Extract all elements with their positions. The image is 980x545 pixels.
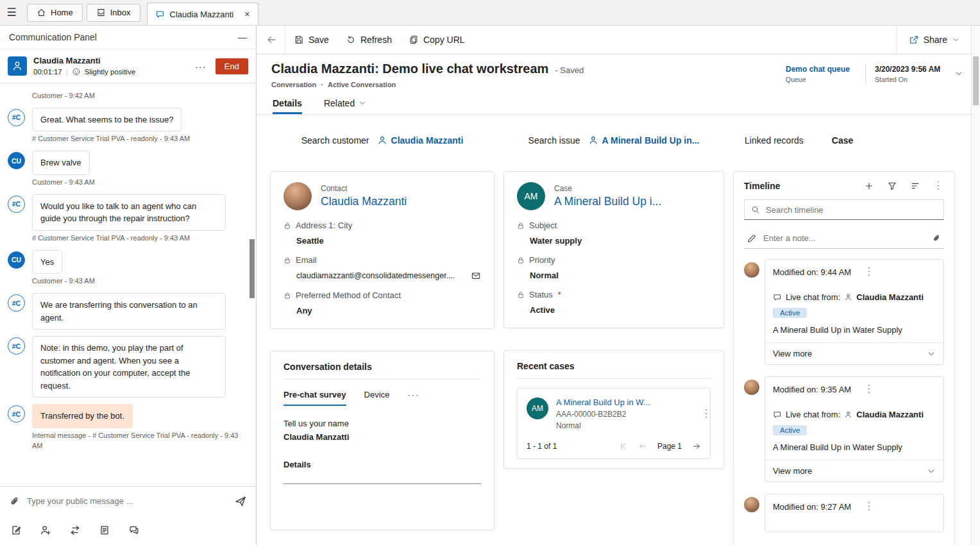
field-label: Priority bbox=[529, 255, 555, 265]
header-expand-chevron-icon[interactable] bbox=[954, 67, 963, 81]
message-row: #C Note: in this demo, you play the part… bbox=[0, 336, 256, 398]
message-row: CU Brew valve bbox=[0, 151, 256, 175]
field-email: Email claudiamazzanti@consolidatedmessen… bbox=[283, 255, 481, 281]
message-input[interactable] bbox=[27, 496, 228, 506]
share-button[interactable]: Share bbox=[897, 26, 971, 54]
case-name-link[interactable]: A Mineral Build Up i... bbox=[554, 195, 661, 208]
bot-avatar: #C bbox=[8, 196, 25, 213]
record-header: Claudia Mazzanti: Demo live chat workstr… bbox=[257, 55, 971, 91]
entry-person[interactable]: Claudia Mazzanti bbox=[856, 410, 924, 419]
search-issue-label: Search issue bbox=[528, 135, 580, 146]
case-title-link[interactable]: A Mineral Build Up in W... bbox=[556, 398, 650, 407]
page-scrollbar[interactable] bbox=[971, 26, 980, 545]
case-row[interactable]: AM A Mineral Build Up in W... AAA-00000-… bbox=[527, 398, 701, 430]
email-action-icon[interactable] bbox=[471, 271, 481, 281]
form-edit-icon[interactable] bbox=[99, 524, 110, 536]
scrollbar-thumb[interactable] bbox=[973, 56, 979, 105]
hamburger-icon[interactable]: ☰ bbox=[0, 6, 23, 19]
chat-multiple-icon[interactable] bbox=[128, 524, 140, 536]
save-button[interactable]: Save bbox=[285, 26, 337, 54]
transfer-icon[interactable] bbox=[69, 524, 81, 536]
contact-name-link[interactable]: Claudia Mazzanti bbox=[321, 195, 407, 208]
entry-person[interactable]: Claudia Mazzanti bbox=[856, 292, 924, 302]
search-customer-label: Search customer bbox=[301, 135, 369, 146]
field-value[interactable]: Seattle bbox=[296, 236, 481, 246]
customer-bubble-avatar: CU bbox=[8, 251, 25, 269]
notes-icon[interactable] bbox=[10, 524, 22, 536]
view-more-button[interactable]: View more bbox=[765, 342, 943, 364]
first-page-icon[interactable] bbox=[619, 442, 628, 451]
field-value[interactable]: Water supply bbox=[530, 236, 711, 246]
more-icon[interactable]: ··· bbox=[195, 61, 207, 72]
tab-home[interactable]: Home bbox=[27, 4, 83, 22]
timeline-card: Timeline ··· bbox=[733, 171, 955, 545]
expand-records-icon[interactable] bbox=[910, 181, 920, 191]
close-icon[interactable]: × bbox=[244, 10, 249, 19]
subtab-device[interactable]: Device bbox=[364, 390, 390, 406]
linked-records-label: Linked records bbox=[745, 135, 804, 146]
next-page-icon[interactable] bbox=[692, 442, 701, 451]
view-more-label: View more bbox=[773, 466, 812, 476]
previous-page-icon[interactable] bbox=[638, 442, 647, 451]
entry-menu-icon[interactable]: ··· bbox=[865, 501, 875, 512]
issue-lookup[interactable]: A Mineral Build Up in... bbox=[588, 135, 700, 146]
field-status: Status* Active bbox=[517, 290, 711, 315]
timeline-search-input[interactable] bbox=[766, 205, 937, 215]
queue-value[interactable]: Demo chat queue bbox=[786, 65, 856, 74]
top-bar: ☰ Home Inbox Claudia Mazzanti × bbox=[0, 0, 980, 26]
field-value[interactable]: Any bbox=[296, 306, 481, 315]
save-icon bbox=[294, 35, 304, 45]
view-more-button[interactable]: View more bbox=[765, 460, 943, 482]
entry-menu-icon[interactable]: ··· bbox=[865, 267, 875, 278]
linked-records-selected[interactable]: Case bbox=[832, 135, 853, 146]
form-tab-bar: Details Related bbox=[257, 91, 971, 115]
contact-lookup-icon bbox=[377, 135, 387, 146]
share-label: Share bbox=[924, 35, 947, 45]
details-section-heading: Details bbox=[283, 460, 481, 469]
note-composer[interactable] bbox=[744, 228, 944, 249]
subtab-more-icon[interactable]: ··· bbox=[407, 390, 419, 406]
pencil-icon bbox=[747, 233, 757, 244]
note-input[interactable] bbox=[763, 233, 925, 243]
chevron-down-icon bbox=[927, 349, 936, 358]
queue-label: Queue bbox=[786, 76, 856, 83]
tab-session-active[interactable]: Claudia Mazzanti × bbox=[147, 3, 258, 25]
filter-icon[interactable] bbox=[887, 181, 897, 191]
entry-kind: Live chat from: bbox=[786, 292, 840, 302]
chat-scrollbar[interactable] bbox=[249, 239, 255, 298]
paperclip-icon[interactable] bbox=[932, 233, 942, 243]
field-value[interactable]: Normal bbox=[530, 271, 711, 280]
subtab-pre-chat-survey[interactable]: Pre-chat survey bbox=[283, 390, 346, 406]
breadcrumb-form[interactable]: Active Conversation bbox=[328, 81, 396, 88]
tab-related[interactable]: Related bbox=[324, 98, 366, 114]
tab-inbox[interactable]: Inbox bbox=[87, 4, 140, 22]
lock-icon bbox=[517, 256, 525, 264]
send-icon[interactable] bbox=[234, 495, 247, 508]
customer-bubble-avatar: CU bbox=[8, 152, 25, 169]
email-value[interactable]: claudiamazzanti@consolidatedmessenger...… bbox=[296, 271, 455, 280]
lock-icon bbox=[283, 292, 291, 299]
modified-on: Modified on: 9:44 AM bbox=[773, 267, 851, 277]
add-user-icon[interactable] bbox=[40, 524, 51, 536]
timeline-menu-icon[interactable]: ··· bbox=[934, 181, 944, 192]
saved-status: - Saved bbox=[555, 65, 584, 75]
entry-subject: A Mineral Build Up in Water Supply bbox=[773, 442, 936, 452]
customer-lookup[interactable]: Claudia Mazzanti bbox=[377, 135, 464, 146]
tab-details[interactable]: Details bbox=[273, 98, 302, 114]
row-menu-icon[interactable]: ··· bbox=[679, 408, 712, 419]
field-value[interactable]: Active bbox=[530, 305, 711, 315]
back-icon[interactable] bbox=[257, 26, 285, 54]
add-record-icon[interactable] bbox=[864, 181, 874, 191]
chat-header: Claudia Mazzanti 00:01:17 | Slightly pos… bbox=[0, 49, 256, 83]
started-on-field: 3/20/2023 9:56 AM Started On bbox=[875, 65, 945, 83]
paperclip-icon[interactable] bbox=[9, 496, 21, 507]
end-button[interactable]: End bbox=[215, 58, 248, 74]
panel-toolbar bbox=[0, 516, 256, 545]
copy-url-button[interactable]: Copy URL bbox=[400, 26, 473, 54]
timeline-search[interactable] bbox=[744, 199, 944, 220]
entry-menu-icon[interactable]: ··· bbox=[865, 384, 875, 395]
minimize-icon[interactable]: — bbox=[238, 32, 247, 42]
refresh-button[interactable]: Refresh bbox=[337, 26, 400, 54]
queue-field: Demo chat queue Queue bbox=[786, 65, 856, 83]
input-underline bbox=[283, 483, 481, 484]
